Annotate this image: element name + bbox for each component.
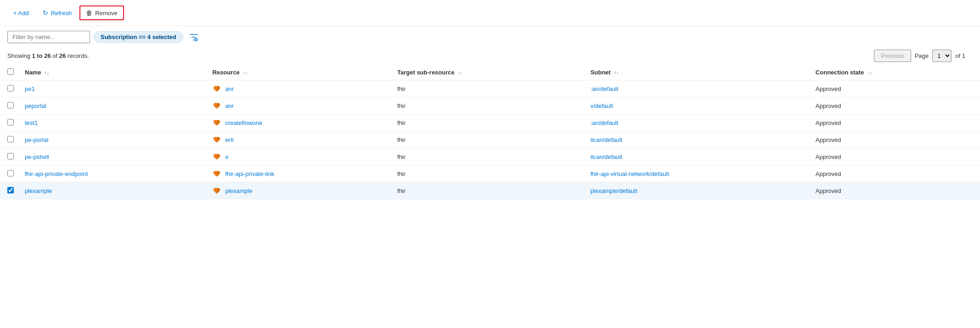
table-row: pe1 anrfhir:an/defaultApproved bbox=[0, 80, 980, 97]
subnet-sort-icon[interactable]: ↑↓ bbox=[614, 70, 619, 75]
col-name: Name ↑↓ bbox=[17, 65, 205, 80]
row-subnet: :an/default bbox=[583, 80, 808, 97]
select-all-header[interactable] bbox=[0, 65, 17, 80]
subnet-link[interactable]: :an/default bbox=[591, 119, 619, 126]
of-label: of 1 bbox=[955, 52, 965, 59]
row-resource: ertr bbox=[205, 131, 390, 148]
target-sort-icon[interactable]: ↑↓ bbox=[458, 70, 462, 75]
subscription-filter-tag[interactable]: Subscription == 4 selected bbox=[94, 31, 183, 43]
row-name: fhir-api-private-endpoint bbox=[17, 165, 205, 182]
row-resource: anr bbox=[205, 80, 390, 97]
heart-icon bbox=[212, 101, 221, 110]
row-subnet: ilcan/default bbox=[583, 148, 808, 165]
filter-input[interactable] bbox=[7, 31, 90, 43]
row-resource: e bbox=[205, 148, 390, 165]
remove-button[interactable]: 🗑 Remove bbox=[79, 6, 124, 20]
subnet-link[interactable]: fhir-api-virtual-network/default bbox=[591, 170, 669, 177]
add-filter-button[interactable] bbox=[187, 32, 201, 42]
name-link[interactable]: pe-pshell bbox=[25, 153, 49, 160]
row-name: plexample bbox=[17, 182, 205, 199]
row-checkbox-cell bbox=[0, 97, 17, 114]
row-state: Approved bbox=[808, 131, 980, 148]
subnet-link[interactable]: v/default bbox=[591, 102, 613, 109]
select-all-checkbox[interactable] bbox=[7, 68, 14, 75]
records-info: Showing 1 to 26 of 26 records. bbox=[7, 52, 89, 59]
table-row: fhir-api-private-endpoint fhir-api-priva… bbox=[0, 165, 980, 182]
pagination: Previous Page 1 of 1 bbox=[874, 50, 973, 62]
col-resource: Resource ↑↓ bbox=[205, 65, 390, 80]
add-button[interactable]: + Add bbox=[7, 6, 35, 20]
row-subnet: plexample/default bbox=[583, 182, 808, 199]
resource-link[interactable]: ertr bbox=[225, 136, 234, 143]
row-target: fhir bbox=[390, 80, 583, 97]
row-name: pe-pshell bbox=[17, 148, 205, 165]
subnet-link[interactable]: ilcan/default bbox=[591, 136, 622, 143]
refresh-button[interactable]: ↻ Refresh bbox=[37, 6, 78, 20]
row-resource: plexample bbox=[205, 182, 390, 199]
resource-link[interactable]: anr bbox=[225, 102, 234, 109]
heart-icon bbox=[212, 135, 221, 144]
resource-link[interactable]: plexample bbox=[225, 187, 252, 194]
row-checkbox[interactable] bbox=[7, 85, 14, 91]
name-link[interactable]: peportal bbox=[25, 102, 46, 109]
row-state: Approved bbox=[808, 165, 980, 182]
col-state: Connection state ↑↓ bbox=[808, 65, 980, 80]
row-target: fhir bbox=[390, 165, 583, 182]
row-checkbox-cell bbox=[0, 148, 17, 165]
resource-link[interactable]: fhir-api-private-link bbox=[225, 170, 274, 177]
resource-sort-icon[interactable]: ↑↓ bbox=[243, 70, 248, 75]
row-checkbox[interactable] bbox=[7, 102, 14, 108]
row-target: fhir bbox=[390, 131, 583, 148]
resource-link[interactable]: e bbox=[225, 153, 228, 160]
row-subnet: :an/default bbox=[583, 114, 808, 131]
heart-icon bbox=[212, 186, 221, 195]
subnet-link[interactable]: :an/default bbox=[591, 85, 619, 92]
row-target: fhir bbox=[390, 114, 583, 131]
row-checkbox[interactable] bbox=[7, 170, 14, 176]
table-row: pe-portal ertrfhirilcan/defaultApproved bbox=[0, 131, 980, 148]
col-target: Target sub-resource ↑↓ bbox=[390, 65, 583, 80]
row-checkbox[interactable] bbox=[7, 119, 14, 125]
add-filter-icon bbox=[190, 33, 198, 41]
heart-icon bbox=[212, 84, 221, 93]
records-pagination-row: Showing 1 to 26 of 26 records. Previous … bbox=[0, 48, 980, 65]
private-endpoints-table: Name ↑↓ Resource ↑↓ Target sub-resource … bbox=[0, 65, 980, 199]
row-name: test1 bbox=[17, 114, 205, 131]
resource-link[interactable]: anr bbox=[225, 85, 234, 92]
name-sort-icon[interactable]: ↑↓ bbox=[45, 70, 49, 75]
state-sort-icon[interactable]: ↑↓ bbox=[867, 70, 872, 75]
row-state: Approved bbox=[808, 80, 980, 97]
name-link[interactable]: plexample bbox=[25, 187, 52, 194]
row-checkbox-cell bbox=[0, 131, 17, 148]
toolbar: + Add ↻ Refresh 🗑 Remove bbox=[0, 0, 980, 26]
table-row: pe-pshell efhirilcan/defaultApproved bbox=[0, 148, 980, 165]
name-link[interactable]: pe-portal bbox=[25, 136, 48, 143]
row-target: fhir bbox=[390, 97, 583, 114]
resource-link[interactable]: createflowone bbox=[225, 119, 262, 126]
page-label: Page bbox=[915, 52, 929, 59]
table-row: test1 createflowonefhir:an/defaultApprov… bbox=[0, 114, 980, 131]
col-subnet: Subnet ↑↓ bbox=[583, 65, 808, 80]
heart-icon bbox=[212, 152, 221, 161]
name-link[interactable]: pe1 bbox=[25, 85, 35, 92]
row-checkbox-cell bbox=[0, 114, 17, 131]
row-resource: createflowone bbox=[205, 114, 390, 131]
filter-bar: Subscription == 4 selected bbox=[0, 26, 980, 48]
row-checkbox[interactable] bbox=[7, 153, 14, 159]
name-link[interactable]: fhir-api-private-endpoint bbox=[25, 170, 88, 177]
row-checkbox[interactable] bbox=[7, 187, 14, 193]
remove-icon: 🗑 bbox=[86, 9, 92, 17]
row-subnet: fhir-api-virtual-network/default bbox=[583, 165, 808, 182]
page-select[interactable]: 1 bbox=[932, 50, 952, 62]
subnet-link[interactable]: plexample/default bbox=[591, 187, 637, 194]
table-row: peportal anrfhirv/defaultApproved bbox=[0, 97, 980, 114]
refresh-icon: ↻ bbox=[43, 9, 48, 17]
row-state: Approved bbox=[808, 148, 980, 165]
previous-button[interactable]: Previous bbox=[874, 50, 911, 62]
subnet-link[interactable]: ilcan/default bbox=[591, 153, 622, 160]
row-name: peportal bbox=[17, 97, 205, 114]
row-checkbox[interactable] bbox=[7, 136, 14, 142]
row-checkbox-cell bbox=[0, 165, 17, 182]
row-resource: fhir-api-private-link bbox=[205, 165, 390, 182]
name-link[interactable]: test1 bbox=[25, 119, 38, 126]
